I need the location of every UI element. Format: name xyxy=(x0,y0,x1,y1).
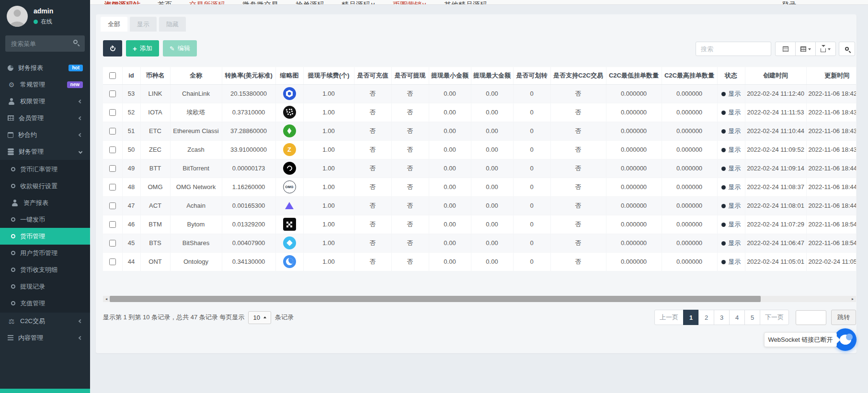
column-header-c2cmax[interactable]: C2C最高挂单数量 xyxy=(662,67,717,84)
refresh-button[interactable] xyxy=(103,40,122,56)
sidebar-item-one-key-issue[interactable]: 一键发币 xyxy=(0,211,90,228)
column-header-recharge[interactable]: 是否可充值 xyxy=(354,67,391,84)
cell-status: 显示 xyxy=(717,84,745,103)
column-header-id[interactable]: id xyxy=(122,67,140,84)
columns-button[interactable] xyxy=(795,42,816,56)
page-size-select[interactable]: 10 xyxy=(248,311,271,324)
site-nav-item[interactable]: 交易所源码 xyxy=(189,0,225,5)
page-button-5[interactable]: 5 xyxy=(744,310,760,325)
column-header-max[interactable]: 提现最大金额 xyxy=(471,67,513,84)
cell-c2c: 否 xyxy=(550,252,606,271)
site-nav-item[interactable]: 精品源码∨ xyxy=(342,0,376,5)
scroll-right-arrow-icon[interactable]: ▸ xyxy=(849,296,856,302)
menu-search-input[interactable] xyxy=(5,35,85,52)
sidebar-item-second-contract[interactable]: 秒合约 xyxy=(0,126,90,143)
sidebar-item-permission-manage[interactable]: 权限管理 xyxy=(0,93,90,110)
page-button-4[interactable]: 4 xyxy=(729,310,745,325)
chat-bubble-icon xyxy=(840,335,851,345)
site-nav-item[interactable]: 抢单源码 xyxy=(296,0,324,5)
column-header-rate[interactable]: 转换率(美元标准) xyxy=(222,67,275,84)
sidebar-item-currency-manage[interactable]: 货币管理 xyxy=(0,228,90,245)
chevron-left-icon xyxy=(79,116,82,120)
column-header-created[interactable]: 创建时间 xyxy=(745,67,806,84)
scrollbar-track[interactable] xyxy=(110,296,849,302)
login-link[interactable]: 登录 xyxy=(782,0,796,5)
row-checkbox[interactable] xyxy=(109,146,116,153)
sidebar-item-currency-flow-detail[interactable]: 货币收支明细 xyxy=(0,261,90,278)
page-button-2[interactable]: 2 xyxy=(698,310,714,325)
site-nav-item[interactable]: 微盘微交易 xyxy=(242,0,278,5)
page-button-1[interactable]: 1 xyxy=(683,310,699,325)
column-header-fee[interactable]: 提现手续费(个) xyxy=(303,67,354,84)
sidebar-item-bank-setting[interactable]: 收款银行设置 xyxy=(0,178,90,194)
menu-circle-icon xyxy=(11,251,15,255)
row-checkbox[interactable] xyxy=(109,90,116,97)
table-row: 51ETCEthereum Classi37.288600001.00否否0.0… xyxy=(103,122,856,140)
export-button[interactable] xyxy=(815,42,836,56)
sidebar-item-currency-rate-manage[interactable]: 货币汇率管理 xyxy=(0,161,90,178)
sidebar-item-c2c-trade[interactable]: ⚖C2C交易 xyxy=(0,313,90,329)
scroll-left-arrow-icon[interactable]: ◂ xyxy=(103,296,110,302)
select-all-checkbox[interactable] xyxy=(109,72,116,79)
toggle-view-button[interactable] xyxy=(775,42,796,56)
sidebar-item-label: 财务管理 xyxy=(19,147,79,156)
table-search-input[interactable] xyxy=(696,42,771,56)
badge-hot: hot xyxy=(69,65,83,71)
site-nav-item[interactable]: 其他精品源码 xyxy=(444,0,487,5)
column-header-thumb[interactable]: 缩略图 xyxy=(275,67,303,84)
column-header-transfer[interactable]: 是否可划转 xyxy=(513,67,550,84)
glyph xyxy=(289,112,290,113)
cell-withdraw: 否 xyxy=(391,122,429,140)
tab-show[interactable]: 显示 xyxy=(130,17,157,32)
sidebar-item-withdraw-record[interactable]: 提现记录 xyxy=(0,278,90,295)
column-header-c2cmin[interactable]: C2C最低挂单数量 xyxy=(606,67,662,84)
avatar[interactable] xyxy=(7,6,28,27)
site-nav-item[interactable]: 首页 xyxy=(158,0,172,5)
row-checkbox[interactable] xyxy=(109,258,116,265)
add-button[interactable]: + 添加 xyxy=(126,40,159,56)
row-checkbox[interactable] xyxy=(109,109,116,116)
pagination-info: 显示第 1 到第 10 条记录，总共 47 条记录 每页显示 10 条记录 xyxy=(103,311,294,324)
page-button-3[interactable]: 3 xyxy=(714,310,730,325)
next-page-button[interactable]: 下一页 xyxy=(760,310,789,325)
sidebar-item-general-manage[interactable]: ⚙常规管理new xyxy=(0,76,90,93)
user-status-label: 在线 xyxy=(41,18,52,26)
row-checkbox[interactable] xyxy=(109,165,116,172)
row-checkbox[interactable] xyxy=(109,184,116,191)
sidebar-item-label: 一键发币 xyxy=(20,215,83,224)
row-checkbox[interactable] xyxy=(109,128,116,135)
page-jump-button[interactable]: 跳转 xyxy=(831,310,856,325)
column-header-withdraw[interactable]: 是否可提现 xyxy=(391,67,429,84)
sidebar-item-label: 提现记录 xyxy=(20,282,83,291)
column-header-fullname[interactable]: 全称 xyxy=(170,67,222,84)
row-checkbox[interactable] xyxy=(109,240,116,247)
cell-symbol: LINK xyxy=(140,84,170,103)
row-checkbox[interactable] xyxy=(109,221,116,228)
prev-page-button[interactable]: 上一页 xyxy=(654,310,684,325)
column-header-status[interactable]: 状态 xyxy=(717,67,745,84)
column-header-symbol[interactable]: 币种名 xyxy=(140,67,170,84)
sidebar-item-member-manage[interactable]: 会员管理 xyxy=(0,110,90,126)
search-icon xyxy=(845,47,849,51)
tab-all[interactable]: 全部 xyxy=(101,17,127,32)
scrollbar-thumb[interactable] xyxy=(110,296,761,302)
tab-hide[interactable]: 隐藏 xyxy=(159,17,186,32)
sidebar-item-asset-report[interactable]: 资产报表 xyxy=(0,194,90,211)
site-nav-item[interactable]: 币圈营销∨ xyxy=(393,0,427,5)
sidebar-item-user-currency-manage[interactable]: 用户货币管理 xyxy=(0,245,90,261)
chat-bubble-inner-dot xyxy=(846,334,853,340)
edit-button[interactable]: ✎ 编辑 xyxy=(163,40,197,56)
column-header-updated[interactable]: 更新时间 xyxy=(806,67,856,84)
sidebar-item-finance-manage[interactable]: 财务管理 xyxy=(0,143,90,160)
search-submit-button[interactable] xyxy=(839,42,855,56)
column-header-min[interactable]: 提现最小金额 xyxy=(429,67,471,84)
column-header-c2c[interactable]: 是否支持C2C交易 xyxy=(550,67,606,84)
horizontal-scrollbar[interactable]: ◂ ▸ xyxy=(103,296,856,302)
sidebar-item-content-manage[interactable]: 内容管理 xyxy=(0,329,90,346)
page-jump-input[interactable] xyxy=(796,310,826,325)
tab-bar: 全部显示隐藏 xyxy=(101,17,186,32)
sidebar-item-recharge-manage[interactable]: 充值管理 xyxy=(0,295,90,312)
table-row: 53LINKChainLink20.153800001.00否否0.000.00… xyxy=(103,84,856,103)
row-checkbox[interactable] xyxy=(109,202,116,209)
sidebar-item-finance-report[interactable]: 财务报表hot xyxy=(0,59,90,76)
